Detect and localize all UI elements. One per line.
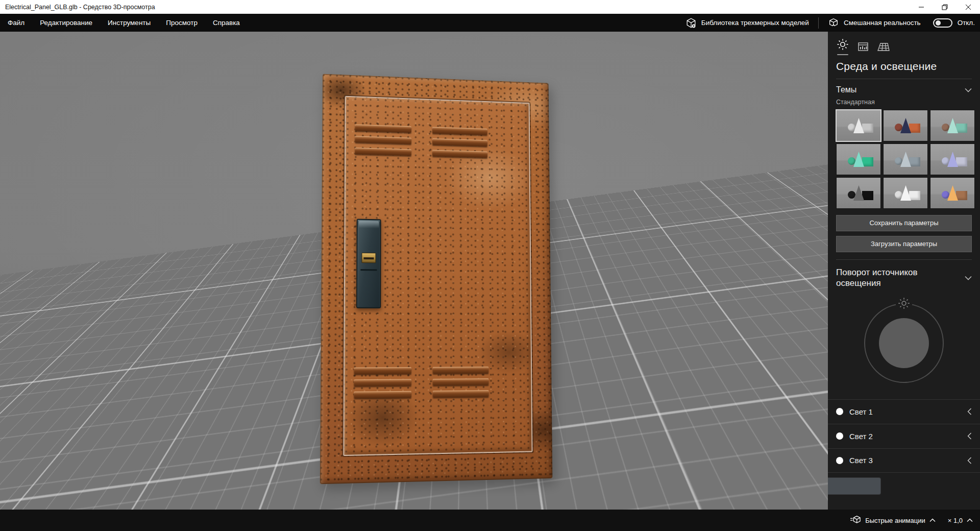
title-bar: Electrical_Panel_GLB.glb - Средство 3D-п… — [0, 0, 980, 14]
menu-edit[interactable]: Редактирование — [32, 14, 100, 32]
panel-handle — [356, 219, 381, 308]
bottom-bar: Быстрые анимации × 1,0 — [0, 510, 980, 531]
theme-thumbnail-5[interactable] — [883, 143, 928, 175]
grid-icon — [877, 41, 890, 53]
stats-icon — [857, 41, 869, 53]
theme-cube-shape — [956, 124, 967, 133]
model-library-button[interactable]: Библиотека трехмерных моделей — [679, 14, 815, 32]
themes-header-label: Темы — [836, 85, 856, 94]
light-row-2[interactable]: Свет 2 — [828, 424, 980, 448]
vent-bottom-right — [433, 367, 489, 403]
theme-sphere-shape — [942, 191, 949, 199]
animation-cube-icon — [850, 515, 861, 525]
menu-bar: Файл Редактирование Инструменты Просмотр… — [0, 14, 980, 32]
playback-speed-control[interactable]: × 1,0 — [948, 517, 973, 524]
theme-sphere-shape — [895, 124, 902, 131]
theme-thumbnail-9[interactable] — [930, 177, 975, 209]
theme-sphere-shape — [895, 157, 902, 165]
theme-thumbnail-4[interactable] — [836, 143, 881, 175]
mixed-reality-toggle[interactable] — [933, 18, 952, 28]
light-row-3[interactable]: Свет 3 — [828, 448, 980, 473]
light-rotation-dial[interactable] — [828, 294, 980, 386]
theme-sphere-shape — [942, 157, 949, 165]
mixed-reality-state: Откл. — [958, 19, 975, 27]
mixed-reality-icon — [828, 17, 839, 29]
theme-grid — [828, 110, 980, 209]
model-library-label: Библиотека трехмерных моделей — [701, 19, 809, 27]
light-color-swatch[interactable] — [836, 432, 843, 440]
chevron-left-icon[interactable] — [967, 408, 972, 415]
menu-file[interactable]: Файл — [0, 14, 32, 32]
menu-items: Файл Редактирование Инструменты Просмотр… — [0, 14, 248, 32]
close-button[interactable] — [957, 0, 980, 14]
speed-label: × 1,0 — [948, 517, 963, 524]
light-color-swatch[interactable] — [836, 408, 843, 415]
toggle-knob — [936, 20, 941, 26]
save-parameters-button[interactable]: Сохранить параметры — [836, 215, 972, 231]
theme-cube-shape — [956, 157, 967, 166]
theme-cube-shape — [862, 124, 873, 133]
chevron-up-icon — [929, 518, 936, 522]
load-parameters-button[interactable]: Загрузить параметры — [836, 236, 972, 252]
theme-cube-shape — [862, 191, 873, 200]
theme-thumbnail-7[interactable] — [836, 177, 881, 209]
theme-thumbnail-3[interactable] — [930, 110, 975, 141]
menu-separator — [818, 17, 819, 29]
theme-cube-shape — [909, 157, 920, 166]
vent-bottom-left — [354, 367, 411, 403]
theme-thumbnail-6[interactable] — [930, 143, 975, 175]
theme-sphere-shape — [848, 191, 855, 199]
sun-icon — [837, 38, 849, 51]
theme-sphere-shape — [848, 157, 855, 165]
theme-thumbnail-8[interactable] — [883, 177, 928, 209]
chevron-down-icon — [965, 276, 972, 280]
chevron-left-icon[interactable] — [967, 432, 972, 440]
theme-sphere-shape — [848, 124, 855, 131]
menu-right-group: Библиотека трехмерных моделей Смешанная … — [679, 14, 980, 32]
theme-sphere-shape — [942, 124, 949, 131]
dial-knob[interactable] — [879, 318, 929, 368]
close-icon — [965, 4, 971, 10]
light-label: Свет 3 — [849, 456, 967, 465]
light-rotation-header[interactable]: Поворот источников освещения — [828, 260, 980, 292]
theme-thumbnail-1[interactable] — [836, 110, 881, 141]
chevron-left-icon[interactable] — [967, 457, 972, 464]
restore-button[interactable] — [933, 0, 957, 14]
menu-view[interactable]: Просмотр — [158, 14, 205, 32]
restore-icon — [942, 4, 948, 10]
lights-list: Свет 1 Свет 2 Свет 3 — [828, 399, 980, 473]
app-window: Electrical_Panel_GLB.glb - Средство 3D-п… — [0, 0, 980, 531]
light-label: Свет 2 — [849, 432, 967, 441]
minimize-icon — [918, 4, 924, 10]
vent-top-left — [355, 125, 411, 161]
theme-cube-shape — [862, 157, 873, 166]
model-electrical-panel[interactable] — [320, 74, 553, 485]
dial-sun-icon — [896, 295, 912, 311]
panel-title: Среда и освещение — [828, 55, 980, 79]
cube-library-icon — [685, 17, 697, 29]
minimize-button[interactable] — [910, 0, 933, 14]
viewport-3d[interactable] — [0, 32, 828, 510]
tab-lighting[interactable] — [836, 38, 849, 55]
themes-section-header[interactable]: Темы — [828, 79, 980, 98]
theme-thumbnail-2[interactable] — [883, 110, 928, 141]
light-label: Свет 1 — [849, 407, 967, 416]
themes-group-label: Стандартная — [828, 98, 980, 110]
menu-tools[interactable]: Инструменты — [100, 14, 158, 32]
animations-label: Быстрые анимации — [865, 517, 925, 524]
fading-tooltip — [772, 478, 880, 494]
tab-grid[interactable] — [877, 41, 890, 53]
panel-tabs — [828, 32, 980, 55]
handle-brass-plate — [361, 253, 376, 263]
theme-cube-shape — [909, 191, 920, 200]
window-title: Electrical_Panel_GLB.glb - Средство 3D-п… — [0, 4, 910, 11]
light-color-swatch[interactable] — [836, 457, 843, 464]
mixed-reality-group: Смешанная реальность — [822, 14, 927, 32]
tab-stats[interactable] — [856, 41, 870, 53]
menu-help[interactable]: Справка — [205, 14, 248, 32]
parameter-buttons: Сохранить параметры Загрузить параметры — [828, 215, 980, 252]
theme-cube-shape — [909, 124, 920, 133]
vent-top-right — [432, 127, 487, 163]
animations-control[interactable]: Быстрые анимации — [850, 515, 936, 525]
light-row-1[interactable]: Свет 1 — [828, 399, 980, 424]
